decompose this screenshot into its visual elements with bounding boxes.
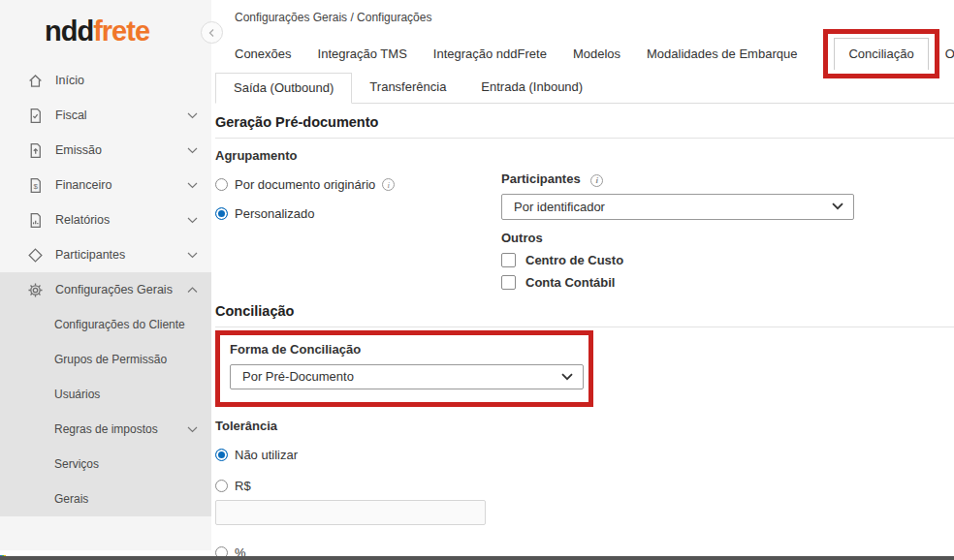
sidebar-subitem-grupos-de-permissao[interactable]: Grupos de Permissão xyxy=(0,342,211,377)
checkbox-conta-contabil[interactable]: Conta Contábil xyxy=(501,275,854,290)
chevron-down-icon xyxy=(187,147,198,154)
sidebar-subitem-configuracoes-do-cliente[interactable]: Configurações do Cliente xyxy=(0,307,211,342)
chevron-down-icon xyxy=(832,202,843,210)
sidebar-subitem-label: Gerais xyxy=(54,492,198,506)
sidebar-item-configuracoes-gerais[interactable]: Configurações Gerais xyxy=(0,272,211,307)
sidebar: nddfrete Início Fiscal Emissão $ Finance… xyxy=(0,0,211,550)
info-icon[interactable]: i xyxy=(590,174,603,187)
radio-icon-checked xyxy=(215,449,228,461)
radio-label: Não utilizar xyxy=(235,448,298,462)
main-content: Configurações Gerais / Configurações Con… xyxy=(211,0,954,556)
section-title-geracao-pre-documento: Geração Pré-documento xyxy=(215,101,954,138)
financeiro-doc-dollar-icon: $ xyxy=(27,177,44,194)
sidebar-item-inicio[interactable]: Início xyxy=(0,63,211,98)
breadcrumb: Configurações Gerais / Configurações xyxy=(235,11,431,24)
sidebar-item-label: Relatórios xyxy=(55,213,187,227)
sidebar-item-label: Emissão xyxy=(55,143,187,157)
sidebar-item-fiscal[interactable]: Fiscal xyxy=(0,98,211,133)
radio-por-documento-originario[interactable]: Por documento originário i xyxy=(215,177,501,192)
sidebar-subitem-label: Regras de impostos xyxy=(54,422,187,436)
sidebar-subitem-servicos[interactable]: Serviços xyxy=(0,447,211,482)
tab-modalidades-de-embarque[interactable]: Modalidades de Embarque xyxy=(647,47,797,61)
radio-label: Personalizado xyxy=(235,206,314,221)
window-bottom-edge xyxy=(0,556,954,560)
participantes-diamond-icon xyxy=(27,247,44,264)
nddfrete-logo: nddfrete xyxy=(0,0,211,47)
sidebar-subitem-gerais[interactable]: Gerais xyxy=(0,482,211,516)
info-icon[interactable]: i xyxy=(382,178,395,191)
checkbox-label: Conta Contábil xyxy=(525,275,615,290)
home-icon xyxy=(27,73,44,89)
tab-conexoes[interactable]: Conexões xyxy=(235,47,292,61)
chevron-down-icon xyxy=(187,217,198,224)
sidebar-subitem-label: Grupos de Permissão xyxy=(54,353,198,366)
sidebar-nav: Início Fiscal Emissão $ Financeiro Relat… xyxy=(0,63,211,516)
agrupamento-group: Agrupamento Por documento originário i P… xyxy=(215,148,501,290)
gear-icon xyxy=(27,282,44,298)
fiscal-doc-check-icon xyxy=(27,108,44,124)
sidebar-active-group: Configurações Gerais Configurações do Cl… xyxy=(0,272,211,516)
sub-tab-bar: Saída (Outbound) Transferência Entrada (… xyxy=(215,73,954,104)
tab-ocorrencias[interactable]: Ocorrências xyxy=(945,47,954,61)
radio-icon xyxy=(215,480,228,492)
sidebar-subitem-usuarios[interactable]: Usuários xyxy=(0,377,211,412)
subtab-saida-outbound[interactable]: Saída (Outbound) xyxy=(215,73,352,104)
red-highlight-box-conciliacao-tab: Conciliação xyxy=(823,29,938,78)
radio-reais[interactable]: R$ xyxy=(215,479,954,493)
checkbox-centro-de-custo[interactable]: Centro de Custo xyxy=(501,253,854,267)
sidebar-subitem-label: Serviços xyxy=(54,457,198,471)
sidebar-item-financeiro[interactable]: $ Financeiro xyxy=(0,168,211,202)
checkbox-icon xyxy=(501,275,516,290)
agrupamento-label: Agrupamento xyxy=(215,148,501,163)
tab-integracao-nddfrete[interactable]: Integração nddFrete xyxy=(433,47,547,61)
chevron-down-icon xyxy=(187,112,198,119)
radio-nao-utilizar[interactable]: Não utilizar xyxy=(215,448,954,462)
participantes-label: Participantes i xyxy=(501,171,854,187)
chevron-down-icon xyxy=(187,426,198,433)
app-window: nddfrete Início Fiscal Emissão $ Finance… xyxy=(0,0,954,560)
emissao-doc-up-icon xyxy=(27,142,44,159)
section-divider xyxy=(215,327,954,327)
logo-frete: frete xyxy=(93,16,149,47)
participantes-select[interactable]: Por identificador xyxy=(501,194,854,220)
checkbox-label: Centro de Custo xyxy=(525,253,623,267)
chevron-down-icon xyxy=(561,373,573,381)
sidebar-item-participantes[interactable]: Participantes xyxy=(0,237,211,272)
sidebar-item-label: Participantes xyxy=(55,248,187,262)
forma-de-conciliacao-label: Forma de Conciliação xyxy=(230,342,579,357)
section-title-conciliacao: Conciliação xyxy=(215,290,954,327)
tolerancia-label: Tolerância xyxy=(215,419,954,433)
sidebar-subitem-label: Configurações do Cliente xyxy=(54,318,198,331)
sidebar-item-emissao[interactable]: Emissão xyxy=(0,133,211,168)
forma-de-conciliacao-select[interactable]: Por Pré-Documento xyxy=(230,364,584,389)
settings-form: Geração Pré-documento Agrupamento Por do… xyxy=(215,101,954,560)
svg-text:$: $ xyxy=(33,181,38,190)
sidebar-item-label: Financeiro xyxy=(55,178,187,192)
subtab-entrada-inbound[interactable]: Entrada (Inbound) xyxy=(463,73,600,103)
chevron-left-icon xyxy=(207,28,216,38)
radio-icon-checked xyxy=(215,207,228,220)
sidebar-item-label: Configurações Gerais xyxy=(55,283,187,296)
chevron-up-icon xyxy=(187,287,198,294)
section-divider xyxy=(215,138,954,139)
chevron-down-icon xyxy=(187,182,198,189)
outros-label: Outros xyxy=(501,231,854,245)
tab-conciliacao[interactable]: Conciliação xyxy=(834,38,928,70)
tolerancia-reais-input[interactable] xyxy=(215,500,486,525)
sidebar-collapse-button[interactable] xyxy=(201,21,223,44)
main-tab-bar: Conexões Integração TMS Integração nddFr… xyxy=(235,30,954,77)
tab-integracao-tms[interactable]: Integração TMS xyxy=(318,47,407,61)
subtab-transferencia[interactable]: Transferência xyxy=(352,73,463,103)
sidebar-item-relatorios[interactable]: Relatórios xyxy=(0,202,211,237)
radio-personalizado[interactable]: Personalizado xyxy=(215,206,501,221)
sidebar-subitem-regras-de-impostos[interactable]: Regras de impostos xyxy=(0,412,211,447)
sidebar-item-label: Fiscal xyxy=(55,109,187,122)
logo-ndd: ndd xyxy=(45,16,93,47)
forma-select-value: Por Pré-Documento xyxy=(242,369,354,384)
radio-label: R$ xyxy=(235,479,251,493)
section1-columns: Agrupamento Por documento originário i P… xyxy=(215,148,954,290)
checkbox-icon xyxy=(501,253,516,267)
tab-modelos[interactable]: Modelos xyxy=(573,47,620,61)
relatorios-doc-chart-icon xyxy=(27,212,44,229)
participantes-group: Participantes i Por identificador Outros… xyxy=(501,148,854,290)
